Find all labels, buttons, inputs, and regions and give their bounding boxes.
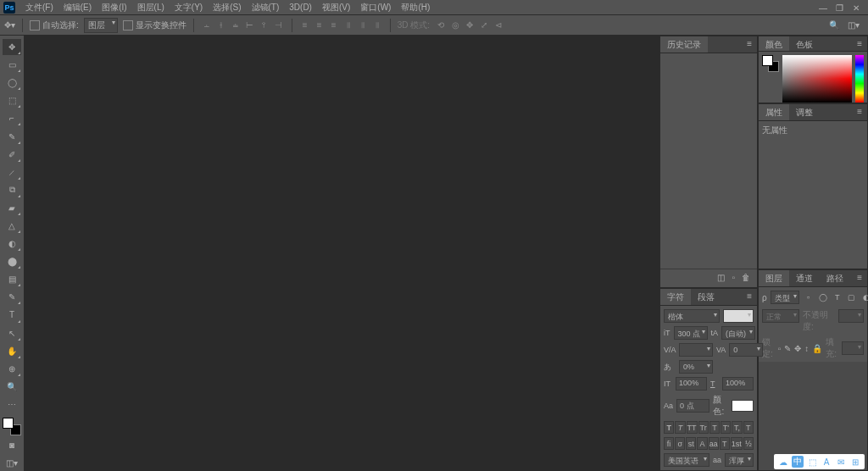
color-spectrum[interactable] (782, 55, 852, 103)
color-fgbg[interactable] (762, 55, 779, 72)
tracking-input[interactable]: 0 (729, 343, 763, 357)
swash-button[interactable]: A (697, 437, 707, 450)
superscript-button[interactable]: T (709, 421, 720, 434)
tab-color[interactable]: 颜色 (759, 36, 789, 51)
bold-button[interactable]: T (664, 421, 674, 434)
filter-adjust-icon[interactable]: ◯ (817, 291, 829, 303)
tab-swatches[interactable]: 色板 (789, 36, 820, 51)
opacity-input[interactable] (838, 309, 864, 323)
strikethrough-button[interactable]: T (743, 421, 754, 434)
search-icon[interactable]: 🔍 (829, 20, 839, 30)
antialias-dropdown[interactable]: 浑厚 (725, 453, 754, 467)
filter-smart-icon[interactable]: ◐ (860, 291, 868, 303)
italic-button[interactable]: T (675, 421, 685, 434)
color-swatches[interactable] (3, 418, 21, 435)
menu-filter[interactable]: 滤镜(T) (247, 2, 285, 14)
dist-right-icon[interactable]: ⦀ (371, 19, 383, 31)
screenmode-toggle[interactable]: ◫▾ (3, 455, 21, 471)
smallcaps-button[interactable]: Tr (698, 421, 709, 434)
tray-ime-icon[interactable]: 中 (792, 456, 804, 468)
path-select-tool[interactable]: ↖ (3, 325, 21, 341)
tab-history[interactable]: 历史记录 (660, 36, 708, 53)
restore-button[interactable]: ❐ (836, 3, 844, 12)
underline-button[interactable]: T, (732, 421, 742, 434)
color-menu-icon[interactable]: ≡ (852, 36, 867, 51)
menu-help[interactable]: 帮助(H) (396, 2, 435, 14)
marquee-tool[interactable]: ▭ (3, 57, 21, 73)
align-left-icon[interactable]: ⊢ (244, 19, 256, 31)
menu-select[interactable]: 选择(S) (208, 2, 246, 14)
crop-tool[interactable]: ⌐ (3, 110, 21, 126)
pan-icon[interactable]: ✥ (464, 19, 476, 31)
tray-mail-icon[interactable]: ✉ (835, 456, 847, 468)
new-snapshot-icon[interactable]: ◫ (717, 273, 725, 284)
align-bottom-icon[interactable]: ⫨ (230, 19, 242, 31)
lock-all-icon[interactable]: 🔒 (812, 344, 822, 353)
autoselect-dropdown[interactable]: 图层 (84, 18, 118, 33)
leading-input[interactable]: (自动) (721, 326, 755, 340)
tray-grid-icon[interactable]: ⊞ (849, 456, 861, 468)
properties-menu-icon[interactable]: ≡ (852, 104, 867, 120)
zoom-tool[interactable]: 🔍 (3, 379, 21, 395)
new-document-icon[interactable]: ▫ (732, 273, 735, 284)
align-hcenter-icon[interactable]: ⫯ (259, 19, 270, 31)
dist-hcenter-icon[interactable]: ⦀ (357, 19, 369, 31)
dist-left-icon[interactable]: ⦀ (342, 19, 354, 31)
shape-tool[interactable]: ✋ (3, 343, 21, 359)
ligatures-button[interactable]: fi (664, 437, 674, 450)
lock-pixels-icon[interactable]: ✎ (784, 344, 791, 353)
close-button[interactable]: ✕ (853, 3, 861, 12)
dist-bottom-icon[interactable]: ≡ (328, 19, 340, 31)
healing-tool[interactable]: ✐ (3, 147, 21, 163)
filter-pixel-icon[interactable]: ▫ (803, 291, 815, 303)
font-family-dropdown[interactable]: 楷体 (664, 309, 720, 323)
kerning-input[interactable] (679, 343, 713, 357)
hand-tool[interactable]: ⊕ (3, 361, 21, 377)
stamp-tool[interactable]: ⧉ (3, 182, 21, 198)
hscale-input[interactable]: 100% (722, 377, 754, 391)
menu-view[interactable]: 视图(V) (317, 2, 355, 14)
gradient-tool[interactable]: ◐ (3, 236, 21, 252)
eraser-tool[interactable]: △ (3, 218, 21, 234)
lock-transparent-icon[interactable]: ▫ (778, 344, 782, 353)
menu-window[interactable]: 窗口(W) (355, 2, 396, 14)
tab-channels[interactable]: 通道 (789, 270, 820, 286)
menu-file[interactable]: 文件(F) (20, 2, 58, 14)
layer-filter-dropdown[interactable]: 类型 (771, 291, 799, 304)
character-menu-icon[interactable]: ≡ (742, 289, 757, 305)
lock-position-icon[interactable]: ✥ (794, 344, 801, 353)
font-style-dropdown[interactable] (723, 309, 754, 323)
align-right-icon[interactable]: ⊣ (273, 19, 285, 31)
contextual-button[interactable]: σ (675, 437, 685, 450)
hue-slider[interactable] (855, 55, 864, 103)
tab-layers[interactable]: 图层 (759, 270, 789, 286)
dodge-tool[interactable]: ▤ (3, 271, 21, 287)
vscale-input[interactable]: 100% (676, 377, 707, 391)
filter-type-icon[interactable]: T (832, 291, 843, 303)
tsume-input[interactable]: 0% (679, 360, 713, 374)
titling-button[interactable]: T (720, 437, 730, 450)
menu-edit[interactable]: 编辑(E) (58, 2, 97, 14)
dist-vcenter-icon[interactable]: ≡ (314, 19, 326, 31)
align-vcenter-icon[interactable]: ⫲ (215, 19, 227, 31)
slide-icon[interactable]: ⤢ (478, 19, 490, 31)
eyedropper-tool[interactable]: ✎ (3, 128, 21, 144)
menu-3d[interactable]: 3D(D) (284, 3, 317, 12)
edit-toolbar[interactable]: ⋯ (3, 396, 21, 413)
font-size-input[interactable]: 300 点 (674, 326, 708, 340)
tray-keyboard-icon[interactable]: ⬚ (806, 456, 818, 468)
minimize-button[interactable]: — (819, 3, 827, 12)
discretionary-button[interactable]: st (686, 437, 696, 450)
ordinals-button[interactable]: 1st (731, 437, 743, 450)
tab-properties[interactable]: 属性 (759, 104, 789, 120)
menu-layer[interactable]: 图层(L) (132, 2, 170, 14)
delete-icon[interactable]: 🗑 (742, 273, 750, 284)
subscript-button[interactable]: T' (721, 421, 731, 434)
history-menu-icon[interactable]: ≡ (742, 36, 757, 53)
fractions-button[interactable]: ½ (743, 437, 754, 450)
layers-menu-icon[interactable]: ≡ (852, 270, 867, 286)
lasso-tool[interactable]: ◯ (3, 75, 21, 91)
roll-icon[interactable]: ◎ (449, 19, 461, 31)
pen-tool[interactable]: ✎ (3, 289, 21, 305)
align-top-icon[interactable]: ⫠ (201, 19, 213, 31)
